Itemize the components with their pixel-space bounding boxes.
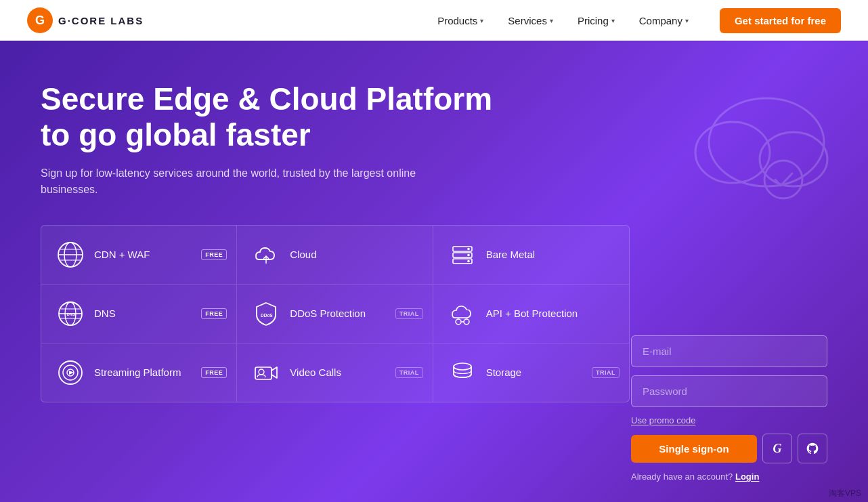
service-name-cloud: Cloud bbox=[290, 249, 316, 260]
logo-text: G·CORE LABS bbox=[58, 15, 144, 26]
chevron-down-icon: ▾ bbox=[480, 17, 483, 24]
password-input[interactable] bbox=[631, 375, 827, 407]
globe-shield-icon bbox=[56, 240, 85, 269]
cloud-decoration bbox=[678, 81, 841, 219]
database-icon bbox=[448, 358, 477, 387]
service-api-bot[interactable]: API + Bot Protection bbox=[433, 285, 629, 343]
github-oauth-button[interactable] bbox=[798, 434, 827, 463]
watermark: 淘客VPS bbox=[829, 488, 861, 499]
signup-form: Use promo code Single sign-on G Already … bbox=[631, 335, 827, 482]
chevron-down-icon: ▾ bbox=[550, 17, 553, 24]
svg-point-34 bbox=[259, 369, 264, 375]
globe-dns-icon: DNS bbox=[56, 299, 85, 328]
service-dns[interactable]: DNS DNS FREE bbox=[41, 285, 237, 343]
cloud-icon bbox=[252, 240, 280, 269]
service-cloud[interactable]: Cloud bbox=[237, 226, 433, 285]
service-name-api: API + Bot Protection bbox=[486, 308, 578, 319]
service-cdn-waf[interactable]: CDN + WAF FREE bbox=[41, 226, 237, 285]
service-badge-cdn: FREE bbox=[201, 249, 227, 260]
chevron-down-icon: ▾ bbox=[611, 17, 615, 24]
service-name-streaming: Streaming Platform bbox=[94, 367, 181, 378]
service-name-video: Video Calls bbox=[290, 367, 341, 378]
video-icon bbox=[252, 358, 280, 387]
logo-icon: G bbox=[27, 7, 53, 33]
svg-point-35 bbox=[454, 363, 471, 370]
services-grid: CDN + WAF FREE Cloud bbox=[41, 225, 630, 402]
service-badge-video: TRIAL bbox=[395, 367, 423, 378]
server-icon bbox=[448, 240, 477, 269]
svg-point-26 bbox=[456, 319, 461, 325]
service-storage[interactable]: Storage TRIAL bbox=[433, 343, 629, 402]
get-started-button[interactable]: Get started for free bbox=[720, 8, 841, 33]
svg-point-17 bbox=[467, 253, 470, 256]
service-name-baremetal: Bare Metal bbox=[486, 249, 536, 260]
login-link[interactable]: Login bbox=[735, 472, 759, 482]
cloud-api-icon bbox=[448, 299, 477, 328]
stream-icon bbox=[56, 358, 85, 387]
service-name-storage: Storage bbox=[486, 367, 522, 378]
svg-point-18 bbox=[467, 259, 470, 262]
promo-code-link[interactable]: Use promo code bbox=[631, 415, 827, 425]
service-name-ddos: DDoS Protection bbox=[290, 308, 366, 319]
chevron-down-icon: ▾ bbox=[685, 17, 689, 24]
service-ddos[interactable]: DDoS DDoS Protection TRIAL bbox=[237, 285, 433, 343]
google-oauth-button[interactable]: G bbox=[762, 434, 792, 463]
service-badge-storage: TRIAL bbox=[592, 367, 620, 378]
hero-title: Secure Edge & Cloud Platform to go globa… bbox=[41, 81, 501, 153]
svg-text:DDoS: DDoS bbox=[261, 313, 273, 318]
navbar: G G·CORE LABS Products ▾ Services ▾ Pric… bbox=[0, 0, 868, 41]
nav-item-services[interactable]: Services ▾ bbox=[498, 9, 563, 32]
service-video-calls[interactable]: Video Calls TRIAL bbox=[237, 343, 433, 402]
form-actions: Single sign-on G bbox=[631, 434, 827, 463]
hero-section: Secure Edge & Cloud Platform to go globa… bbox=[0, 41, 868, 502]
sso-button[interactable]: Single sign-on bbox=[631, 435, 757, 463]
service-streaming[interactable]: Streaming Platform FREE bbox=[41, 343, 237, 402]
svg-point-3 bbox=[695, 122, 770, 183]
nav-item-products[interactable]: Products ▾ bbox=[428, 9, 493, 32]
svg-text:DNS: DNS bbox=[67, 312, 76, 316]
nav-links: Products ▾ Services ▾ Pricing ▾ Company … bbox=[428, 9, 698, 32]
service-badge-ddos: TRIAL bbox=[395, 308, 423, 319]
svg-point-16 bbox=[467, 247, 470, 250]
logo-link[interactable]: G G·CORE LABS bbox=[27, 7, 144, 33]
service-name-dns: DNS bbox=[94, 308, 116, 319]
service-badge-dns: FREE bbox=[201, 308, 227, 319]
hero-subtitle: Sign up for low-latency services around … bbox=[41, 165, 447, 198]
shield-ddos-icon: DDoS bbox=[252, 299, 280, 328]
email-input[interactable] bbox=[631, 335, 827, 367]
service-badge-streaming: FREE bbox=[201, 367, 227, 378]
svg-text:G: G bbox=[35, 14, 45, 27]
svg-point-27 bbox=[464, 319, 469, 325]
login-prompt: Already have an account? Login bbox=[631, 472, 827, 482]
nav-item-company[interactable]: Company ▾ bbox=[630, 9, 698, 32]
github-icon bbox=[806, 442, 819, 455]
service-name-cdn: CDN + WAF bbox=[94, 249, 150, 260]
service-bare-metal[interactable]: Bare Metal bbox=[433, 226, 629, 285]
nav-item-pricing[interactable]: Pricing ▾ bbox=[568, 9, 624, 32]
